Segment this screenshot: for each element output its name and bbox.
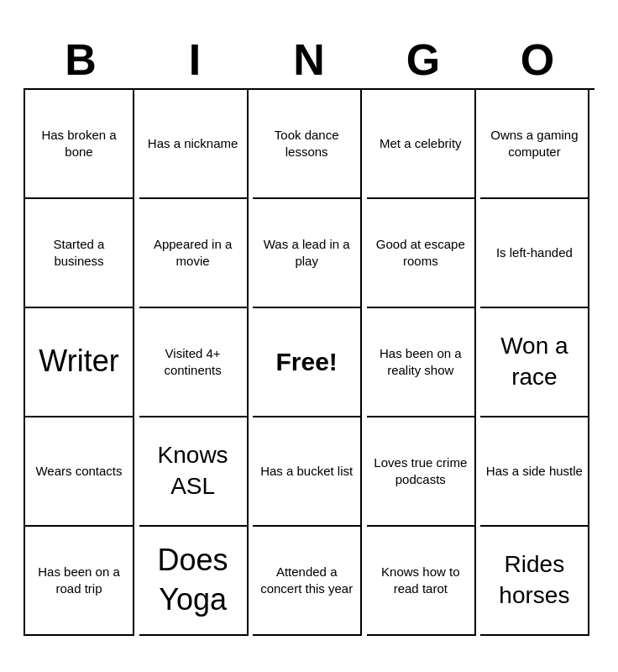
cell-text-20: Has been on a road trip	[30, 564, 128, 596]
cell-text-10: Writer	[39, 342, 118, 381]
cell-text-12: Free!	[276, 345, 338, 378]
cell-text-2: Took dance lessons	[258, 127, 355, 160]
cell-text-0: Has broken a bone	[30, 127, 128, 160]
cell-text-19: Has a side hustle	[486, 463, 583, 480]
cell-text-5: Started a business	[30, 236, 128, 269]
bingo-cell-15[interactable]: Wears contacts	[25, 417, 134, 527]
bingo-grid: Has broken a boneHas a nicknameTook danc…	[24, 88, 594, 636]
cell-text-18: Loves true crime podcasts	[372, 454, 469, 487]
bingo-header: BINGO	[24, 36, 594, 84]
cell-text-6: Appeared in a movie	[144, 236, 242, 269]
cell-text-4: Owns a gaming computer	[485, 127, 583, 160]
cell-text-22: Attended a concert this year	[258, 564, 355, 596]
bingo-cell-22[interactable]: Attended a concert this year	[253, 527, 362, 636]
cell-text-21: Does Yoga	[144, 541, 242, 620]
bingo-cell-7[interactable]: Was a lead in a play	[253, 199, 362, 308]
bingo-cell-23[interactable]: Knows how to read tarot	[367, 527, 476, 636]
header-letter-n: N	[254, 36, 364, 84]
cell-text-14: Won a race	[485, 331, 583, 392]
bingo-cell-21[interactable]: Does Yoga	[139, 527, 249, 636]
bingo-cell-11[interactable]: Visited 4+ continents	[139, 308, 249, 417]
cell-text-11: Visited 4+ continents	[144, 345, 242, 378]
bingo-cell-6[interactable]: Appeared in a movie	[139, 199, 249, 308]
cell-text-3: Met a celebrity	[380, 135, 462, 152]
bingo-cell-14[interactable]: Won a race	[480, 308, 589, 417]
bingo-cell-0[interactable]: Has broken a bone	[25, 90, 134, 199]
bingo-card: BINGO Has broken a boneHas a nicknameToo…	[15, 28, 603, 643]
cell-text-17: Has a bucket list	[260, 463, 353, 480]
cell-text-13: Has been on a reality show	[372, 345, 469, 378]
cell-text-24: Rides horses	[485, 549, 583, 611]
bingo-cell-16[interactable]: Knows ASL	[139, 417, 249, 527]
header-letter-b: B	[26, 36, 135, 84]
bingo-cell-5[interactable]: Started a business	[25, 199, 134, 308]
cell-text-15: Wears contacts	[35, 463, 122, 480]
bingo-cell-18[interactable]: Loves true crime podcasts	[367, 417, 476, 527]
header-letter-i: I	[140, 36, 249, 84]
cell-text-8: Good at escape rooms	[372, 236, 469, 269]
bingo-cell-9[interactable]: Is left-handed	[480, 199, 589, 308]
bingo-cell-12[interactable]: Free!	[253, 308, 362, 417]
cell-text-16: Knows ASL	[144, 440, 242, 501]
bingo-cell-13[interactable]: Has been on a reality show	[367, 308, 476, 417]
bingo-cell-8[interactable]: Good at escape rooms	[367, 199, 476, 308]
bingo-cell-10[interactable]: Writer	[25, 308, 134, 417]
cell-text-9: Is left-handed	[496, 244, 573, 261]
bingo-cell-19[interactable]: Has a side hustle	[480, 417, 589, 527]
bingo-cell-2[interactable]: Took dance lessons	[253, 90, 362, 199]
bingo-cell-3[interactable]: Met a celebrity	[367, 90, 476, 199]
bingo-cell-17[interactable]: Has a bucket list	[253, 417, 362, 527]
header-letter-g: G	[369, 36, 478, 84]
cell-text-23: Knows how to read tarot	[372, 564, 469, 596]
cell-text-1: Has a nickname	[148, 135, 238, 152]
bingo-cell-4[interactable]: Owns a gaming computer	[480, 90, 589, 199]
bingo-cell-20[interactable]: Has been on a road trip	[25, 527, 134, 636]
cell-text-7: Was a lead in a play	[258, 236, 355, 269]
bingo-cell-1[interactable]: Has a nickname	[139, 90, 249, 199]
bingo-cell-24[interactable]: Rides horses	[480, 527, 589, 636]
header-letter-o: O	[483, 36, 592, 84]
